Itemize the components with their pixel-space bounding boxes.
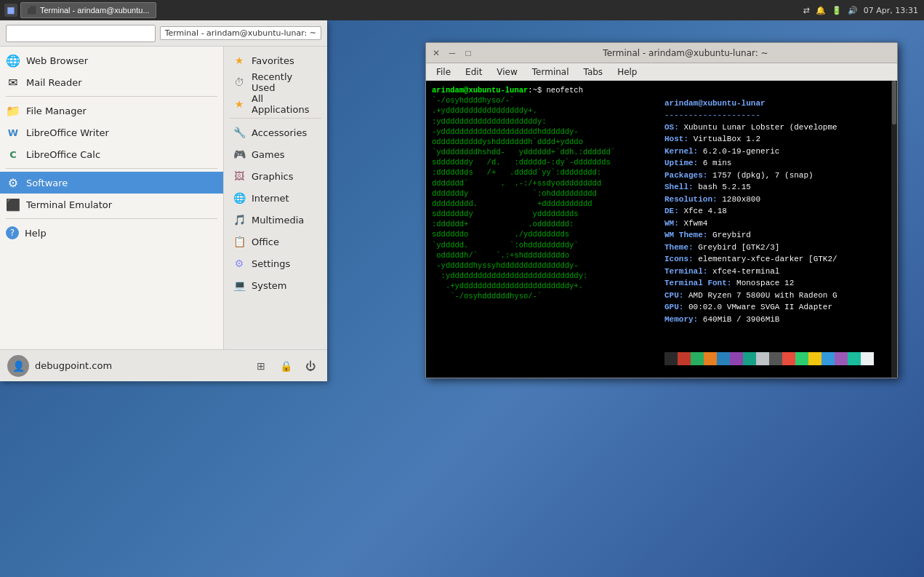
- logout-button[interactable]: ⏻: [301, 357, 320, 375]
- search-tooltip: Terminal - arindam@xubuntu-lunar: ~: [160, 26, 321, 40]
- username-label: debugpoint.com: [35, 360, 246, 371]
- category-all-applications[interactable]: ★ All Applications: [224, 93, 327, 115]
- internet-label: Internet: [252, 193, 289, 204]
- menu-item-terminal-emulator[interactable]: ⬛ Terminal Emulator: [0, 194, 223, 215]
- taskbar-window-label: Terminal - arindam@xubuntu...: [40, 6, 150, 15]
- taskbar-window-button[interactable]: ⬛ Terminal - arindam@xubuntu...: [20, 2, 156, 18]
- terminal-close-button[interactable]: ✕: [430, 47, 442, 59]
- mail-reader-label: Mail Reader: [26, 77, 82, 88]
- terminal-menu-file[interactable]: File: [430, 65, 457, 79]
- menu-item-web-browser[interactable]: 🌐 Web Browser: [0, 49, 223, 71]
- taskbar-left: ■ ⬛ Terminal - arindam@xubuntu...: [0, 2, 161, 18]
- menu-item-software[interactable]: ⚙ Software: [0, 172, 223, 194]
- prompt-line: arindam@xubuntu-lunar:~$ neofetch: [432, 86, 583, 95]
- category-office[interactable]: 📋 Office: [224, 231, 327, 252]
- volume-icon: 🔊: [848, 6, 858, 15]
- multimedia-label: Multimedia: [252, 215, 304, 226]
- internet-icon: 🌐: [233, 191, 246, 204]
- mail-reader-icon: ✉: [6, 75, 20, 89]
- office-label: Office: [252, 236, 279, 247]
- neofetch-info: arindam@xubuntu-lunar ------------------…: [659, 81, 891, 378]
- web-browser-label: Web Browser: [26, 55, 88, 66]
- clock: 07 Apr, 13:31: [864, 6, 918, 15]
- lock-screen-button[interactable]: 🔒: [276, 357, 295, 375]
- system-icon: 💻: [233, 279, 246, 292]
- terminal-emulator-icon: ⬛: [6, 197, 20, 212]
- category-graphics[interactable]: 🖼 Graphics: [224, 165, 327, 187]
- web-browser-icon: 🌐: [6, 53, 20, 68]
- menu-item-libreoffice-writer[interactable]: W LibreOffice Writer: [0, 122, 223, 143]
- favorites-icon: ★: [233, 54, 246, 67]
- libreoffice-writer-label: LibreOffice Writer: [26, 127, 109, 138]
- terminal-menu-help[interactable]: Help: [611, 65, 643, 79]
- menu-bottom-bar: 👤 debugpoint.com ⊞ 🔒 ⏻: [0, 349, 327, 381]
- menu-item-help[interactable]: ? Help: [0, 222, 223, 244]
- settings-icon: ⚙: [233, 257, 246, 270]
- category-games[interactable]: 🎮 Games: [224, 143, 327, 165]
- terminal-color-swatches: [664, 352, 885, 365]
- notification-icon: 🔔: [816, 6, 826, 15]
- terminal-minimize-button[interactable]: ─: [446, 47, 458, 59]
- accessories-icon: 🔧: [233, 126, 246, 139]
- menu-right-panel: ★ Favorites ⏱ Recently Used ★ All Applic…: [224, 47, 327, 349]
- multimedia-icon: 🎵: [233, 213, 246, 226]
- user-avatar: 👤: [7, 355, 29, 377]
- favorites-label: Favorites: [252, 55, 294, 66]
- terminal-menu-terminal[interactable]: Terminal: [526, 65, 575, 79]
- menu-body: 🌐 Web Browser ✉ Mail Reader 📁 File Manag…: [0, 47, 327, 349]
- file-manager-label: File Manager: [26, 106, 87, 116]
- switch-user-button[interactable]: ⊞: [252, 357, 270, 375]
- category-system[interactable]: 💻 System: [224, 274, 327, 296]
- terminal-menu-edit[interactable]: Edit: [459, 65, 488, 79]
- recently-used-label: Recently Used: [252, 71, 318, 93]
- games-label: Games: [252, 149, 284, 160]
- battery-icon: 🔋: [832, 6, 842, 15]
- help-icon: ?: [6, 226, 19, 239]
- graphics-icon: 🖼: [233, 170, 246, 183]
- terminal-maximize-button[interactable]: □: [462, 47, 474, 59]
- menu-separator-1: [6, 96, 217, 97]
- all-applications-icon: ★: [233, 98, 246, 111]
- all-applications-label: All Applications: [252, 93, 318, 115]
- taskbar: ■ ⬛ Terminal - arindam@xubuntu... ⇄ 🔔 🔋 …: [0, 0, 924, 20]
- terminal-scrollbar[interactable]: [891, 81, 897, 378]
- libreoffice-calc-label: LibreOffice Calc: [26, 149, 100, 160]
- games-icon: 🎮: [233, 148, 246, 161]
- category-accessories[interactable]: 🔧 Accessories: [224, 122, 327, 143]
- menu-item-file-manager[interactable]: 📁 File Manager: [0, 100, 223, 122]
- taskbar-right: ⇄ 🔔 🔋 🔊 07 Apr, 13:31: [798, 6, 924, 15]
- category-settings[interactable]: ⚙ Settings: [224, 252, 327, 274]
- menu-search-bar: Terminal - arindam@xubuntu-lunar: ~: [0, 20, 327, 47]
- terminal-body[interactable]: arindam@xubuntu-lunar:~$ neofetch `-/osy…: [426, 81, 897, 378]
- terminal-title: Terminal - arindam@xubuntu-lunar: ~: [478, 48, 893, 58]
- taskbar-app-icon: ■: [4, 4, 17, 17]
- software-icon: ⚙: [6, 175, 20, 190]
- system-label: System: [252, 280, 286, 291]
- graphics-label: Graphics: [252, 171, 293, 182]
- terminal-menu-view[interactable]: View: [491, 65, 523, 79]
- search-input[interactable]: [6, 25, 156, 42]
- right-sep-1: [230, 118, 321, 119]
- menu-item-mail-reader[interactable]: ✉ Mail Reader: [0, 71, 223, 93]
- menu-left-panel: 🌐 Web Browser ✉ Mail Reader 📁 File Manag…: [0, 47, 224, 349]
- file-manager-icon: 📁: [6, 103, 20, 118]
- settings-label: Settings: [252, 258, 290, 269]
- help-label: Help: [25, 228, 47, 239]
- libreoffice-writer-icon: W: [6, 125, 20, 140]
- terminal-menubar: File Edit View Terminal Tabs Help: [426, 63, 897, 81]
- category-internet[interactable]: 🌐 Internet: [224, 187, 327, 209]
- menu-separator-3: [6, 218, 217, 219]
- office-icon: 📋: [233, 235, 246, 248]
- menu-item-libreoffice-calc[interactable]: C LibreOffice Calc: [0, 143, 223, 165]
- category-recently-used[interactable]: ⏱ Recently Used: [224, 71, 327, 93]
- menu-separator-2: [6, 168, 217, 169]
- category-favorites[interactable]: ★ Favorites: [224, 49, 327, 71]
- terminal-window: ✕ ─ □ Terminal - arindam@xubuntu-lunar: …: [425, 42, 898, 378]
- terminal-menu-tabs[interactable]: Tabs: [578, 65, 609, 79]
- recently-used-icon: ⏱: [233, 76, 246, 89]
- software-label: Software: [26, 178, 68, 188]
- app-menu: Terminal - arindam@xubuntu-lunar: ~ 🌐 We…: [0, 20, 327, 381]
- network-icon: ⇄: [803, 6, 810, 15]
- terminal-titlebar: ✕ ─ □ Terminal - arindam@xubuntu-lunar: …: [426, 43, 897, 63]
- category-multimedia[interactable]: 🎵 Multimedia: [224, 209, 327, 231]
